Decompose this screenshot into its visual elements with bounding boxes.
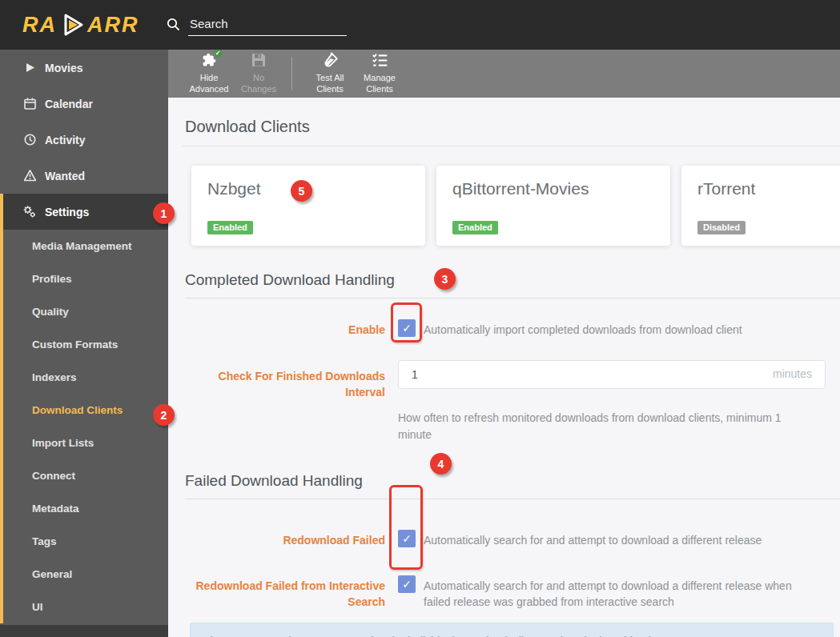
- gears-icon: [23, 206, 36, 218]
- redownload-failed-label: Redownload Failed: [185, 530, 385, 548]
- sidebar-item-settings[interactable]: Settings: [3, 194, 168, 230]
- redownload-failed-help: Automatically search for and attempt to …: [424, 530, 762, 548]
- annotation-box-enable: [391, 302, 422, 343]
- status-badge: Enabled: [452, 221, 498, 234]
- play-icon: [58, 11, 86, 38]
- enable-label: Enable: [185, 319, 385, 338]
- annotation-box-failed: [389, 485, 423, 570]
- client-card-qbittorrent[interactable]: qBittorrent-Movies Enabled: [436, 166, 670, 246]
- interval-label: Check For Finished Downloads Interval: [185, 360, 385, 400]
- no-changes-button[interactable]: No Changes: [234, 52, 283, 95]
- interval-help: How often to refresh monitored downloads…: [398, 410, 782, 443]
- check-icon: ✓: [214, 49, 223, 58]
- calendar-icon: [23, 98, 36, 110]
- section-title-failed: Failed Download Handling: [185, 472, 840, 490]
- clock-icon: [23, 134, 36, 146]
- annotation-circle-5: 5: [291, 180, 312, 202]
- sidebar-item-label: Wanted: [45, 170, 85, 182]
- sidebar-item-metadata[interactable]: Metadata: [3, 492, 168, 525]
- page-title: Download Clients: [185, 118, 840, 136]
- logo-text-left: RA: [22, 13, 57, 38]
- status-badge: Disabled: [697, 221, 746, 234]
- sidebar-item-label: Calendar: [45, 98, 93, 110]
- sidebar-item-tags[interactable]: Tags: [3, 525, 168, 558]
- sidebar-item-wanted[interactable]: Wanted: [0, 158, 168, 194]
- client-name: Nzbget: [207, 179, 425, 198]
- main-content: Download Clients Nzbget Enabled qBittorr…: [168, 98, 840, 637]
- sidebar-item-custom-formats[interactable]: Custom Formats: [3, 328, 168, 361]
- logo-text-right: ARR: [87, 13, 139, 38]
- sidebar-item-download-clients[interactable]: Download Clients: [3, 394, 168, 427]
- toolbar-divider: [291, 57, 292, 90]
- top-bar: RA ARR: [0, 0, 840, 50]
- enable-help: Automatically import completed downloads…: [424, 319, 742, 338]
- client-cards: Nzbget Enabled qBittorrent-Movies Enable…: [191, 166, 840, 246]
- save-icon: [251, 52, 267, 70]
- client-card-nzbget[interactable]: Nzbget Enabled: [191, 166, 425, 246]
- sidebar-item-label: Settings: [45, 206, 89, 218]
- list-check-icon: [372, 52, 388, 70]
- redownload-interactive-row: Redownload Failed from Interactive Searc…: [185, 575, 840, 610]
- annotation-circle-2: 2: [153, 404, 175, 426]
- sidebar-item-label: Activity: [45, 134, 86, 146]
- annotation-circle-4: 4: [430, 453, 452, 475]
- sidebar-item-calendar[interactable]: Calendar: [0, 86, 168, 122]
- sidebar: Movies Calendar Activity Wanted: [0, 50, 168, 637]
- warning-triangle-icon: [23, 170, 36, 182]
- sidebar-item-movies[interactable]: Movies: [0, 50, 168, 86]
- play-icon: [23, 62, 36, 74]
- sidebar-item-general[interactable]: General: [3, 558, 168, 591]
- sidebar-item-media-management[interactable]: Media Management: [3, 230, 168, 262]
- puzzle-check-icon: ✓: [201, 52, 218, 70]
- sidebar-item-label: Movies: [45, 62, 82, 74]
- page-toolbar: ✓ Hide Advanced No Changes Test All Clie…: [168, 50, 840, 98]
- interval-input-wrap: minutes: [385, 360, 826, 389]
- sidebar-item-connect[interactable]: Connect: [3, 459, 168, 492]
- redownload-interactive-help: Automatically search for and attempt to …: [424, 575, 800, 610]
- client-name: rTorrent: [697, 179, 840, 198]
- interval-row: Check For Finished Downloads Interval mi…: [185, 360, 840, 400]
- settings-group: Settings Media Management Profiles Quali…: [0, 194, 168, 623]
- redownload-failed-row: Redownload Failed ✓ Automatically search…: [185, 530, 840, 548]
- client-name: qBittorrent-Movies: [452, 179, 670, 198]
- hide-advanced-button[interactable]: ✓ Hide Advanced: [184, 52, 234, 95]
- redownload-interactive-label: Redownload Failed from Interactive Searc…: [185, 575, 385, 610]
- sidebar-bottom-strip: [0, 625, 168, 637]
- test-tube-icon: [322, 52, 339, 70]
- title-divider: [183, 146, 840, 146]
- redownload-interactive-checkbox[interactable]: ✓: [398, 575, 416, 593]
- annotation-circle-3: 3: [434, 268, 456, 290]
- section-title-completed: Completed Download Handling: [185, 271, 840, 289]
- search-icon: [167, 18, 180, 31]
- sidebar-item-activity[interactable]: Activity: [0, 122, 168, 158]
- status-badge: Enabled: [207, 221, 253, 234]
- sidebar-item-indexers[interactable]: Indexers: [3, 361, 168, 394]
- test-all-clients-button[interactable]: Test All Clients: [305, 52, 355, 95]
- sidebar-item-ui[interactable]: UI: [3, 591, 168, 623]
- sidebar-item-import-lists[interactable]: Import Lists: [3, 427, 168, 459]
- sidebar-item-quality[interactable]: Quality: [3, 295, 168, 328]
- manage-clients-button[interactable]: Manage Clients: [355, 52, 404, 95]
- radarr-logo[interactable]: RA ARR: [22, 11, 139, 38]
- client-card-rtorrent[interactable]: rTorrent Disabled: [681, 166, 840, 246]
- interval-input[interactable]: [398, 360, 826, 389]
- enable-row: Enable ✓ Automatically import completed …: [185, 319, 840, 338]
- search-input[interactable]: [188, 14, 347, 36]
- search-box: [167, 14, 347, 36]
- sidebar-item-profiles[interactable]: Profiles: [3, 262, 168, 295]
- section-divider: [185, 298, 840, 298]
- info-box: The Remove settings were moved to the in…: [190, 623, 834, 637]
- annotation-circle-1: 1: [153, 202, 175, 224]
- section-divider: [185, 499, 840, 499]
